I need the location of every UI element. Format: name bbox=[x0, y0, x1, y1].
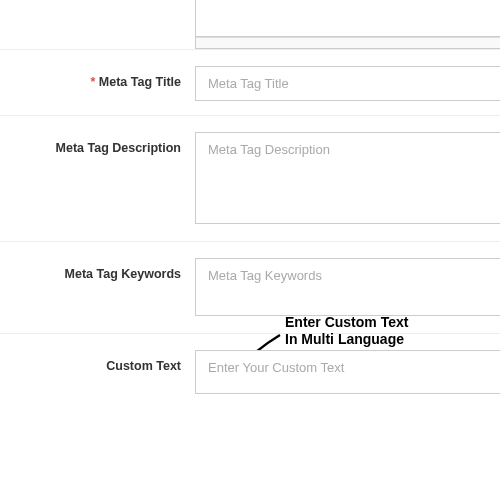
prior-editor-textarea[interactable] bbox=[195, 0, 500, 37]
meta-tag-description-row: Meta Tag Description bbox=[0, 116, 500, 242]
meta-tag-description-label: Meta Tag Description bbox=[0, 132, 195, 155]
meta-tag-title-label: * Meta Tag Title bbox=[0, 66, 195, 89]
required-mark: * bbox=[90, 75, 95, 89]
meta-tag-keywords-label-text: Meta Tag Keywords bbox=[65, 267, 181, 281]
prior-label-spacer bbox=[0, 0, 195, 49]
meta-tag-keywords-label: Meta Tag Keywords bbox=[0, 258, 195, 281]
meta-tag-description-label-text: Meta Tag Description bbox=[56, 141, 181, 155]
custom-text-label: Custom Text bbox=[0, 350, 195, 373]
meta-tag-keywords-row: Meta Tag Keywords Enter Custom Text In M… bbox=[0, 242, 500, 334]
meta-tag-title-label-text: Meta Tag Title bbox=[99, 75, 181, 89]
meta-tag-title-row: * Meta Tag Title bbox=[0, 50, 500, 116]
custom-text-textarea[interactable] bbox=[195, 350, 500, 394]
meta-tag-keywords-textarea[interactable] bbox=[195, 258, 500, 316]
prior-editor-bottom bbox=[0, 0, 500, 50]
annotation-line1: Enter Custom Text bbox=[285, 314, 408, 330]
meta-tag-title-input[interactable] bbox=[195, 66, 500, 101]
prior-editor-body bbox=[195, 0, 500, 49]
custom-text-label-text: Custom Text bbox=[106, 359, 181, 373]
prior-editor-statusbar bbox=[195, 37, 500, 49]
meta-tag-description-textarea[interactable] bbox=[195, 132, 500, 224]
custom-text-row: Custom Text bbox=[0, 334, 500, 411]
